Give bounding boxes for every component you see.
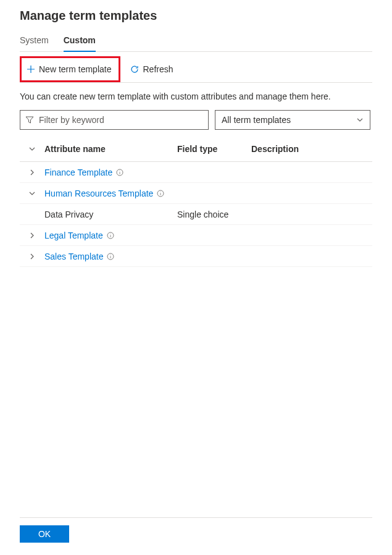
template-link[interactable]: Human Resources Template — [44, 189, 177, 198]
chevron-right-icon — [28, 232, 36, 239]
template-filter-dropdown[interactable]: All term templates — [215, 110, 370, 130]
template-link[interactable]: Legal Template — [44, 231, 177, 240]
chevron-down-icon — [28, 145, 36, 153]
tab-system[interactable]: System — [20, 32, 49, 51]
page-title: Manage term templates — [20, 9, 372, 23]
filter-input-wrapper[interactable] — [20, 110, 209, 130]
template-link[interactable]: Sales Template — [44, 252, 177, 261]
table-row: Human Resources Template — [20, 183, 372, 204]
footer: OK — [20, 517, 372, 543]
info-icon[interactable] — [107, 232, 114, 239]
refresh-label: Refresh — [143, 64, 173, 74]
toolbar: New term template Refresh — [20, 56, 372, 83]
template-name-text: Legal Template — [44, 231, 103, 240]
expand-toggle[interactable] — [20, 253, 44, 260]
table-row: Finance Template — [20, 162, 372, 183]
table-header: Attribute name Field type Description — [20, 136, 372, 162]
expand-toggle[interactable] — [20, 190, 44, 197]
info-icon[interactable] — [116, 169, 123, 176]
column-field-type: Field type — [177, 144, 251, 154]
table-row: Data Privacy Single choice — [20, 204, 372, 225]
attribute-name: Data Privacy — [44, 210, 177, 219]
refresh-button[interactable]: Refresh — [125, 61, 178, 78]
chevron-right-icon — [28, 169, 36, 176]
description-text: You can create new term template with cu… — [20, 91, 372, 101]
chevron-right-icon — [28, 253, 36, 260]
table-row: Sales Template — [20, 246, 372, 267]
plus-icon — [27, 65, 35, 74]
info-icon[interactable] — [107, 253, 114, 260]
header-toggle[interactable] — [20, 145, 44, 153]
template-name-text: Human Resources Template — [44, 189, 153, 198]
tab-custom[interactable]: Custom — [64, 32, 96, 51]
column-description: Description — [251, 144, 372, 154]
new-term-template-label: New term template — [39, 64, 111, 74]
template-link[interactable]: Finance Template — [44, 167, 177, 177]
template-name-text: Sales Template — [44, 252, 103, 261]
controls-row: All term templates — [20, 110, 372, 130]
chevron-down-icon — [356, 116, 364, 124]
expand-toggle[interactable] — [20, 169, 44, 176]
chevron-down-icon — [28, 190, 36, 197]
info-icon[interactable] — [157, 190, 164, 197]
column-attribute-name: Attribute name — [44, 144, 177, 154]
new-term-template-button[interactable]: New term template — [22, 61, 116, 78]
dropdown-selected-label: All term templates — [222, 115, 291, 125]
expand-toggle[interactable] — [20, 232, 44, 239]
table-row: Legal Template — [20, 225, 372, 246]
filter-icon — [25, 116, 34, 124]
template-name-text: Finance Template — [44, 167, 112, 177]
tab-bar: System Custom — [20, 32, 372, 52]
filter-input[interactable] — [39, 115, 203, 125]
attribute-field-type: Single choice — [177, 210, 251, 219]
ok-button[interactable]: OK — [20, 525, 69, 543]
refresh-icon — [130, 65, 139, 74]
highlight-annotation: New term template — [20, 56, 120, 82]
